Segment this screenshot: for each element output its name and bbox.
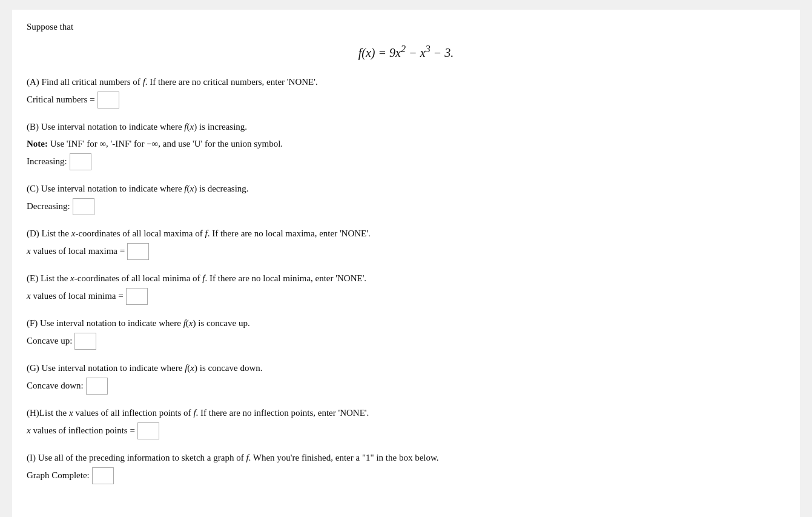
- concave-up-input[interactable]: [74, 333, 96, 350]
- local-maxima-input[interactable]: [127, 243, 149, 260]
- section-b: (B) Use interval notation to indicate wh…: [27, 119, 785, 170]
- section-a-instruction: (A) Find all critical numbers of f. If t…: [27, 75, 785, 89]
- formula-text: f(x) = 9x2 − x3 − 3.: [358, 46, 454, 59]
- section-c: (C) Use interval notation to indicate wh…: [27, 181, 785, 215]
- formula-display: f(x) = 9x2 − x3 − 3.: [27, 43, 785, 60]
- concave-down-input[interactable]: [86, 378, 108, 395]
- main-content: Suppose that f(x) = 9x2 − x3 − 3. (A) Fi…: [12, 10, 800, 517]
- section-g-label: Concave down:: [27, 381, 84, 391]
- section-b-instruction: (B) Use interval notation to indicate wh…: [27, 119, 785, 134]
- section-h: (H)List the x values of all inflection p…: [27, 405, 785, 439]
- section-h-input-row: x values of inflection points =: [27, 422, 785, 439]
- section-f: (F) Use interval notation to indicate wh…: [27, 316, 785, 350]
- section-b-label: Increasing:: [27, 156, 67, 167]
- section-h-label: x values of inflection points =: [27, 425, 135, 436]
- section-e-label: x values of local minima =: [27, 291, 124, 301]
- section-d: (D) List the x-coordinates of all local …: [27, 226, 785, 260]
- section-c-instruction: (C) Use interval notation to indicate wh…: [27, 181, 785, 196]
- section-i-label: Graph Complete:: [27, 470, 90, 481]
- section-i-input-row: Graph Complete:: [27, 467, 785, 484]
- section-i-instruction: (I) Use all of the preceding information…: [27, 450, 785, 465]
- section-g-input-row: Concave down:: [27, 378, 785, 395]
- local-minima-input[interactable]: [126, 288, 148, 305]
- section-c-input-row: Decreasing:: [27, 198, 785, 215]
- section-g-instruction: (G) Use interval notation to indicate wh…: [27, 361, 785, 375]
- section-f-label: Concave up:: [27, 336, 72, 346]
- section-d-label: x values of local maxima =: [27, 246, 125, 256]
- graph-complete-input[interactable]: [92, 467, 114, 484]
- section-d-input-row: x values of local maxima =: [27, 243, 785, 260]
- section-c-label: Decreasing:: [27, 201, 70, 212]
- intro-text: Suppose that: [27, 22, 785, 32]
- section-f-input-row: Concave up:: [27, 333, 785, 350]
- section-i: (I) Use all of the preceding information…: [27, 450, 785, 484]
- note-text: Use 'INF' for ∞, '-INF' for −∞, and use …: [50, 139, 283, 148]
- section-b-note: Note: Use 'INF' for ∞, '-INF' for −∞, an…: [27, 136, 785, 151]
- section-d-instruction: (D) List the x-coordinates of all local …: [27, 226, 785, 241]
- section-a-label: Critical numbers =: [27, 95, 95, 105]
- section-g: (G) Use interval notation to indicate wh…: [27, 361, 785, 395]
- section-h-instruction: (H)List the x values of all inflection p…: [27, 405, 785, 420]
- decreasing-input[interactable]: [73, 198, 94, 215]
- section-e: (E) List the x-coordinates of all local …: [27, 271, 785, 305]
- section-f-instruction: (F) Use interval notation to indicate wh…: [27, 316, 785, 330]
- section-a: (A) Find all critical numbers of f. If t…: [27, 75, 785, 108]
- critical-numbers-input[interactable]: [97, 92, 119, 108]
- note-bold: Note:: [27, 139, 48, 148]
- section-e-input-row: x values of local minima =: [27, 288, 785, 305]
- section-e-instruction: (E) List the x-coordinates of all local …: [27, 271, 785, 285]
- section-a-input-row: Critical numbers =: [27, 92, 785, 108]
- inflection-points-input[interactable]: [137, 422, 159, 439]
- section-b-input-row: Increasing:: [27, 153, 785, 170]
- increasing-input[interactable]: [70, 153, 91, 170]
